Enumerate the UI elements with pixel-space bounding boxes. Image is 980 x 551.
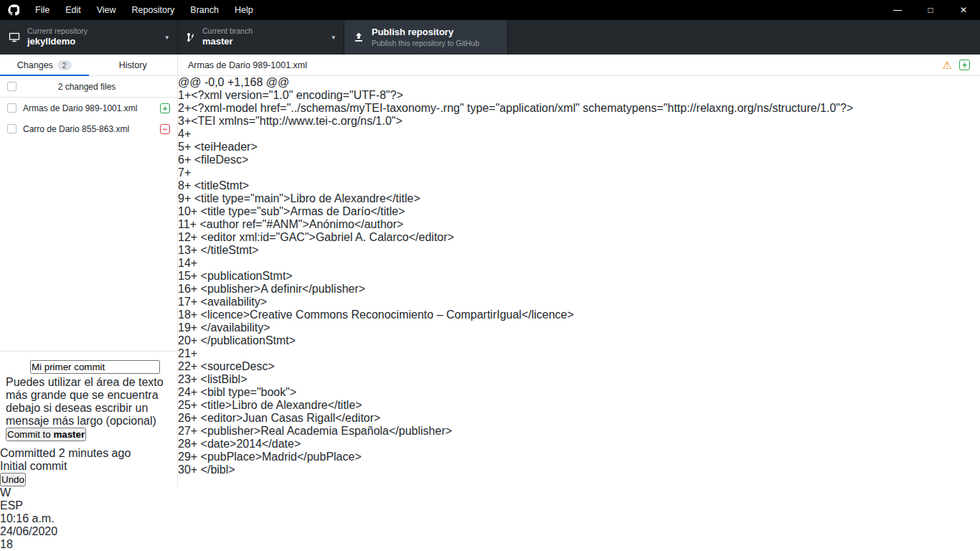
- new-line-number: 25: [178, 399, 191, 411]
- menu-help[interactable]: Help: [227, 0, 261, 20]
- action-center-button[interactable]: 18: [0, 538, 980, 551]
- diff-code: + <title type="main">Libro de Alexandre<…: [184, 192, 420, 204]
- diff-code: +: [184, 166, 191, 179]
- commit-form: Puedes utilizar el área de texto más gra…: [0, 351, 177, 447]
- close-button[interactable]: ✕: [947, 0, 980, 20]
- current-branch-value: master: [202, 36, 326, 48]
- current-repository-button[interactable]: Current repository jekylldemo ▾: [0, 20, 178, 55]
- new-line-number: 9: [178, 192, 184, 204]
- diff-line[interactable]: 14+: [178, 257, 853, 270]
- diff-code: + </bibl>: [191, 463, 235, 476]
- menu-edit[interactable]: Edit: [57, 0, 89, 20]
- changes-sidebar: 2 changed files Armas de Dario 989-1001.…: [0, 76, 178, 486]
- diff-code: + <publisher>A definir</publisher>: [191, 283, 365, 295]
- diff-line[interactable]: 21+: [178, 347, 853, 360]
- publish-repository-button[interactable]: Publish repository Publish this reposito…: [344, 20, 508, 55]
- diff-line[interactable]: 13+ </titleStmt>: [178, 244, 853, 257]
- git-branch-icon: [187, 32, 195, 43]
- diff-line[interactable]: 7+: [178, 166, 853, 179]
- taskbar-time: 10:16 a.m.: [0, 512, 980, 525]
- diff-line[interactable]: 11+ <author ref="#ANM">Anónimo</author>: [178, 218, 853, 231]
- new-line-number: 26: [178, 412, 191, 424]
- undo-button[interactable]: Undo: [0, 473, 26, 486]
- diff-line[interactable]: 16+ <publisher>A definir</publisher>: [178, 283, 853, 296]
- file-row-armas[interactable]: Armas de Dario 989-1001.xml: [0, 98, 177, 118]
- diff-line[interactable]: 20+ </publicationStmt>: [178, 334, 853, 347]
- diff-code: + <listBibl>: [191, 373, 248, 385]
- file-name: Armas de Dario 989-1001.xml: [23, 103, 160, 113]
- word-button[interactable]: W: [0, 486, 980, 499]
- new-line-number: 14: [178, 257, 191, 269]
- diff-line[interactable]: 30+ </bibl>: [178, 463, 853, 476]
- taskbar-clock[interactable]: 10:16 a.m. 24/06/2020: [0, 512, 980, 538]
- tab-history-label: History: [119, 60, 147, 70]
- menu-repository[interactable]: Repository: [124, 0, 183, 20]
- diff-code: + <title>Libro de Alexandre</title>: [191, 399, 362, 411]
- titlebar: File Edit View Repository Branch Help — …: [0, 0, 980, 20]
- repository-chevron-down-icon: ▾: [165, 34, 169, 41]
- diff-line[interactable]: 26+ <editor>Juan Casas Rigall</editor>: [178, 412, 853, 425]
- file-status-removed-icon: [160, 124, 170, 134]
- diff-line[interactable]: 3+<TEI xmlns="http://www.tei-c.org/ns/1.…: [178, 115, 853, 128]
- diff-line[interactable]: 18+ <licence>Creative Commons Reconocimi…: [178, 309, 853, 321]
- file-checkbox[interactable]: [7, 124, 17, 133]
- titlebar-drag-area: [261, 0, 881, 20]
- changed-files-summary: 2 changed files: [17, 82, 157, 92]
- file-row-carro[interactable]: Carro de Dario 855-863.xml: [0, 118, 177, 139]
- diff-code: + <sourceDesc>: [191, 360, 275, 372]
- tab-history[interactable]: History: [89, 55, 178, 75]
- diff-line[interactable]: 6+ <fileDesc>: [178, 154, 853, 166]
- menu-view[interactable]: View: [89, 0, 124, 20]
- diff-line[interactable]: 25+ <title>Libro de Alexandre</title>: [178, 399, 853, 412]
- file-added-status-icon: [959, 60, 970, 70]
- language-indicator[interactable]: ESP: [0, 499, 980, 512]
- diff-line[interactable]: 15+ <publicationStmt>: [178, 270, 853, 283]
- diff-line[interactable]: 29+ <pubPlace>Madrid</pubPlace>: [178, 451, 853, 463]
- commit-summary-input[interactable]: [30, 360, 160, 374]
- maximize-button[interactable]: □: [914, 0, 947, 20]
- diff-line[interactable]: 23+ <listBibl>: [178, 373, 853, 386]
- sidebar-tabs: Changes 2 History: [0, 55, 178, 75]
- new-line-number: 11: [178, 218, 190, 230]
- diff-line[interactable]: 9+ <title type="main">Libro de Alexandre…: [178, 192, 853, 205]
- minimize-button[interactable]: —: [881, 0, 914, 20]
- diff-line[interactable]: 1+<?xml version="1.0" encoding="UTF-8"?>: [178, 89, 853, 102]
- diff-code: + <availability>: [191, 296, 267, 308]
- menu-branch[interactable]: Branch: [182, 0, 227, 20]
- diff-line[interactable]: 19+ </availability>: [178, 321, 853, 334]
- new-line-number: 20: [178, 334, 191, 347]
- github-desktop-window: File Edit View Repository Branch Help — …: [0, 0, 980, 551]
- diff-line[interactable]: 2+<?xml-model href="../schemas/myTEI-tax…: [178, 102, 853, 115]
- new-line-number: 13: [178, 244, 191, 256]
- diff-line[interactable]: 22+ <sourceDesc>: [178, 360, 853, 373]
- current-repository-value: jekylldemo: [27, 36, 159, 48]
- diff-line[interactable]: 10+ <title type="sub">Armas de Darío</ti…: [178, 205, 853, 218]
- github-desktop-logo-icon: [0, 0, 27, 20]
- diff-code: + <fileDesc>: [184, 154, 248, 166]
- notification-count-badge: 18: [0, 538, 13, 550]
- new-line-number: 12: [178, 231, 191, 243]
- diff-line[interactable]: 24+ <bibl type="book">: [178, 386, 853, 399]
- diff-line[interactable]: 17+ <availability>: [178, 296, 853, 309]
- diff-line[interactable]: 4+: [178, 128, 853, 141]
- warning-icon[interactable]: ⚠: [943, 60, 952, 70]
- diff-code: +: [191, 347, 197, 359]
- diff-hunk-header: @@ -0,0 +1,168 @@: [178, 76, 853, 89]
- diff-line[interactable]: 8+ <titleStmt>: [178, 179, 853, 192]
- menu-file[interactable]: File: [27, 0, 57, 20]
- tab-changes[interactable]: Changes 2: [0, 55, 89, 75]
- commit-button[interactable]: Commit to master: [6, 428, 86, 441]
- commit-description-input[interactable]: Puedes utilizar el área de texto más gra…: [6, 376, 171, 428]
- file-name: Carro de Dario 855-863.xml: [23, 124, 160, 134]
- new-line-number: 28: [178, 438, 191, 450]
- diff-code: +<?xml-model href="../schemas/myTEI-taxo…: [184, 102, 853, 114]
- diff-line[interactable]: 28+ <date>2014</date>: [178, 438, 853, 451]
- diff-line[interactable]: 27+ <publisher>Real Academia Española</p…: [178, 425, 853, 438]
- current-branch-button[interactable]: Current branch master ▾: [178, 20, 344, 55]
- publish-upload-icon: [353, 32, 364, 43]
- diff-line[interactable]: 12+ <editor xml:id="GAC">Gabriel A. Cala…: [178, 231, 853, 244]
- diff-line[interactable]: 5+ <teiHeader>: [178, 141, 853, 154]
- new-line-number: 2: [178, 102, 184, 114]
- select-all-checkbox[interactable]: [7, 82, 17, 91]
- file-checkbox[interactable]: [7, 103, 17, 113]
